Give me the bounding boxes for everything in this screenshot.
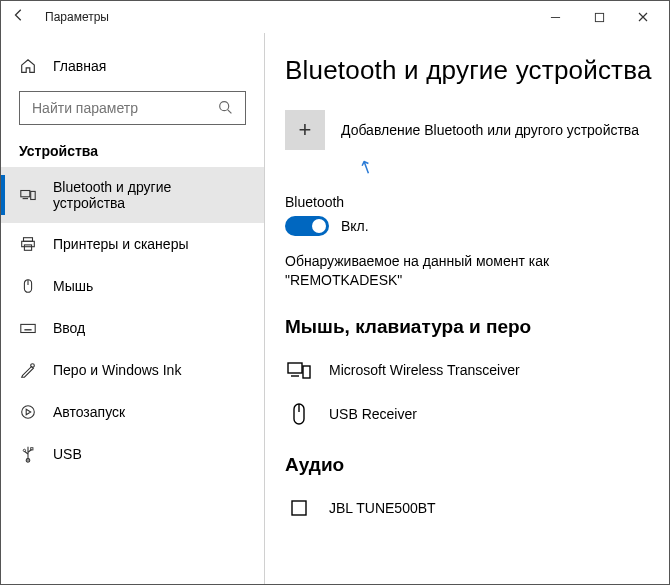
close-button[interactable] [621, 1, 665, 33]
minimize-button[interactable] [533, 1, 577, 33]
sidebar-item-label: Автозапуск [53, 404, 125, 420]
bluetooth-label: Bluetooth [285, 194, 653, 210]
sidebar-item-printers[interactable]: Принтеры и сканеры [1, 223, 264, 265]
arrow-annotation: ↖ [355, 154, 378, 180]
headphones-icon [285, 494, 313, 522]
plus-icon: + [285, 110, 325, 150]
sidebar-item-label: Принтеры и сканеры [53, 236, 188, 252]
sidebar-home-label: Главная [53, 58, 106, 74]
svg-rect-8 [22, 241, 35, 246]
sidebar-section-title: Устройства [1, 143, 264, 167]
discoverable-text: Обнаруживаемое на данный момент как "REM… [285, 252, 625, 290]
sidebar-item-label: Ввод [53, 320, 85, 336]
svg-line-3 [228, 110, 232, 114]
sidebar-item-label: Мышь [53, 278, 93, 294]
svg-rect-4 [21, 191, 30, 197]
devices-icon [19, 186, 37, 204]
search-input[interactable] [30, 99, 214, 117]
autoplay-icon [19, 403, 37, 421]
sidebar-home[interactable]: Главная [1, 51, 264, 91]
toggle-state-label: Вкл. [341, 218, 369, 234]
sidebar-item-label: Перо и Windows Ink [53, 362, 181, 378]
printer-icon [19, 235, 37, 253]
sidebar-item-typing[interactable]: Ввод [1, 307, 264, 349]
back-button[interactable] [5, 8, 33, 26]
device-usb-receiver[interactable]: USB Receiver [285, 392, 653, 436]
svg-point-19 [22, 406, 35, 419]
device-transceiver[interactable]: Microsoft Wireless Transceiver [285, 348, 653, 392]
device-label: Microsoft Wireless Transceiver [329, 362, 520, 378]
device-label: JBL TUNE500BT [329, 500, 436, 516]
group-audio-heading: Аудио [285, 454, 653, 476]
maximize-button[interactable] [577, 1, 621, 33]
svg-rect-29 [292, 501, 306, 515]
content-pane: Bluetooth и другие устройства + Добавлен… [265, 33, 669, 584]
svg-rect-1 [595, 13, 603, 21]
sidebar-item-bluetooth[interactable]: Bluetooth и другие устройства [1, 167, 264, 223]
sidebar-item-usb[interactable]: USB [1, 433, 264, 475]
sidebar-item-autoplay[interactable]: Автозапуск [1, 391, 264, 433]
search-icon [217, 99, 235, 117]
transceiver-icon [285, 356, 313, 384]
device-jbl[interactable]: JBL TUNE500BT [285, 486, 653, 530]
home-icon [19, 57, 37, 75]
add-device-row[interactable]: + Добавление Bluetooth или другого устро… [285, 110, 653, 150]
search-box[interactable] [19, 91, 246, 125]
svg-rect-9 [24, 245, 31, 250]
svg-rect-25 [303, 366, 310, 378]
sidebar-item-pen[interactable]: Перо и Windows Ink [1, 349, 264, 391]
sidebar-item-label: USB [53, 446, 82, 462]
sidebar-item-label: Bluetooth и другие устройства [53, 179, 246, 211]
sidebar-item-mouse[interactable]: Мышь [1, 265, 264, 307]
sidebar: Главная Устройства Bluetooth и другие ус… [1, 33, 265, 584]
usb-icon [19, 445, 37, 463]
svg-point-2 [220, 102, 229, 111]
mouse-icon [19, 277, 37, 295]
svg-rect-23 [31, 448, 33, 450]
device-label: USB Receiver [329, 406, 417, 422]
titlebar: Параметры [1, 1, 669, 33]
mouse-device-icon [285, 400, 313, 428]
svg-point-22 [23, 449, 25, 451]
page-title: Bluetooth и другие устройства [285, 55, 653, 86]
bluetooth-toggle-row: Вкл. [285, 216, 653, 236]
group-input-heading: Мышь, клавиатура и перо [285, 316, 653, 338]
svg-rect-12 [21, 324, 35, 332]
svg-rect-24 [288, 363, 302, 373]
pen-icon [19, 361, 37, 379]
bluetooth-toggle[interactable] [285, 216, 329, 236]
window-title: Параметры [33, 10, 109, 24]
settings-window: Параметры Главная [0, 0, 670, 585]
svg-rect-5 [31, 191, 36, 199]
add-device-label: Добавление Bluetooth или другого устройс… [341, 122, 639, 138]
keyboard-icon [19, 319, 37, 337]
